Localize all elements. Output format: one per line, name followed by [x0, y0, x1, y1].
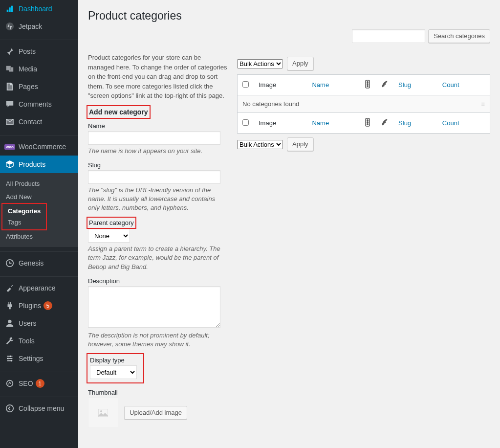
svg-point-4	[8, 320, 11, 323]
genesis-icon	[5, 258, 15, 268]
submenu-categories[interactable]: Categories	[5, 205, 43, 217]
svg-point-17	[367, 120, 369, 121]
menu-posts[interactable]: Posts	[0, 43, 78, 60]
plugins-icon	[5, 301, 15, 311]
menu-label: Dashboard	[19, 5, 52, 13]
menu-label: Collapse menu	[19, 404, 64, 412]
select-all-bottom[interactable]	[242, 119, 249, 126]
col-count-foot[interactable]: Count	[442, 119, 459, 127]
traffic-light-icon	[364, 83, 371, 90]
jetpack-icon	[5, 22, 15, 31]
products-icon	[5, 159, 15, 169]
menu-woocommerce[interactable]: woo WooCommerce	[0, 138, 78, 156]
settings-icon	[5, 354, 15, 363]
form-column: Product categories for your store can be…	[88, 53, 227, 434]
parent-select[interactable]: None	[88, 229, 130, 243]
bulk-actions-select-top[interactable]: Bulk Actions	[237, 59, 283, 68]
page-icon	[5, 82, 15, 91]
apply-button-top[interactable]: Apply	[287, 57, 314, 70]
slug-label: Slug	[88, 161, 227, 169]
menu-comments[interactable]: Comments	[0, 95, 78, 113]
slug-input[interactable]	[88, 170, 220, 184]
svg-point-7	[11, 360, 13, 362]
intro-text: Product categories for your store can be…	[88, 53, 227, 101]
submenu-add-new[interactable]: Add New	[0, 190, 78, 203]
tablenav-bottom: Bulk Actions Apply	[237, 137, 490, 151]
menu-label: Products	[19, 160, 45, 168]
svg-point-13	[367, 82, 369, 83]
submenu-attributes[interactable]: Attributes	[0, 230, 78, 243]
woo-icon: woo	[5, 142, 15, 152]
display-type-select[interactable]: Default	[90, 365, 137, 379]
display-type-label: Display type	[90, 357, 137, 364]
menu-seo[interactable]: SEO 1	[0, 375, 78, 392]
menu-dashboard[interactable]: Dashboard	[0, 0, 78, 18]
menu-label: Settings	[19, 355, 43, 362]
menu-label: Jetpack	[19, 22, 42, 30]
menu-label: Pages	[19, 83, 38, 90]
search-row: Search categories	[88, 29, 490, 43]
menu-settings[interactable]: Settings	[0, 350, 78, 367]
menu-users[interactable]: Users	[0, 314, 78, 332]
svg-point-18	[367, 122, 369, 123]
col-count[interactable]: Count	[442, 81, 459, 89]
menu-plugins[interactable]: Plugins 5	[0, 297, 78, 314]
menu-label: Tools	[19, 337, 35, 345]
svg-point-8	[7, 381, 13, 387]
parent-label: Parent category	[88, 218, 135, 227]
col-slug-foot[interactable]: Slug	[398, 119, 411, 127]
select-all-top[interactable]	[242, 81, 249, 88]
menu-collapse[interactable]: Collapse menu	[0, 400, 78, 417]
admin-sidebar: Dashboard Jetpack Posts Media Pages Comm…	[0, 0, 78, 448]
menu-label: Plugins	[19, 302, 41, 310]
col-slug[interactable]: Slug	[398, 81, 411, 89]
menu-contact[interactable]: Contact	[0, 113, 78, 131]
menu-genesis[interactable]: Genesis	[0, 254, 78, 272]
description-textarea[interactable]	[88, 286, 220, 328]
col-name[interactable]: Name	[312, 81, 329, 89]
svg-point-0	[6, 22, 14, 30]
menu-appearance[interactable]: Appearance	[0, 279, 78, 297]
col-name-foot[interactable]: Name	[312, 119, 329, 127]
upload-image-button[interactable]: Upload/Add image	[124, 406, 187, 420]
search-button[interactable]: Search categories	[428, 29, 490, 43]
name-label: Name	[88, 122, 227, 130]
field-name: Name The name is how it appears on your …	[88, 122, 227, 156]
col-image: Image	[254, 75, 307, 95]
media-icon	[5, 64, 15, 74]
description-label: Description	[88, 277, 227, 285]
menu-label: Contact	[19, 118, 42, 126]
menu-label: WooCommerce	[19, 143, 66, 151]
page-title: Product categories	[88, 5, 490, 24]
submenu-all-products[interactable]: All Products	[0, 177, 78, 190]
no-items-text: No categories found	[238, 95, 437, 113]
traffic-light-icon	[364, 121, 371, 128]
submenu-tags[interactable]: Tags	[5, 217, 43, 228]
name-input[interactable]	[88, 131, 220, 145]
feather-icon	[381, 120, 389, 128]
name-hint: The name is how it appears on your site.	[88, 147, 227, 156]
svg-rect-2	[6, 119, 13, 125]
seo-badge: 1	[36, 379, 44, 388]
svg-point-14	[367, 84, 369, 85]
svg-point-5	[10, 356, 12, 358]
apply-button-bottom[interactable]: Apply	[287, 137, 314, 151]
slug-hint: The "slug" is the URL-friendly version o…	[88, 186, 227, 213]
col-image-foot: Image	[254, 113, 307, 134]
menu-icon[interactable]: ≡	[481, 100, 485, 108]
menu-label: Media	[19, 65, 37, 73]
menu-media[interactable]: Media	[0, 60, 78, 78]
thumbnail-placeholder	[88, 398, 118, 428]
menu-jetpack[interactable]: Jetpack	[0, 18, 78, 35]
pin-icon	[5, 46, 15, 56]
products-submenu: All Products Add New Categories Tags Att…	[0, 173, 78, 247]
menu-label: Appearance	[19, 284, 56, 292]
tools-icon	[5, 336, 15, 346]
field-thumbnail: Thumbnail Upload/Add image	[88, 389, 227, 428]
menu-products[interactable]: Products	[0, 156, 78, 173]
menu-tools[interactable]: Tools	[0, 332, 78, 350]
search-input[interactable]	[352, 29, 425, 43]
bulk-actions-select-bottom[interactable]: Bulk Actions	[237, 140, 283, 149]
menu-pages[interactable]: Pages	[0, 78, 78, 95]
tablenav-top: Bulk Actions Apply	[237, 57, 490, 70]
